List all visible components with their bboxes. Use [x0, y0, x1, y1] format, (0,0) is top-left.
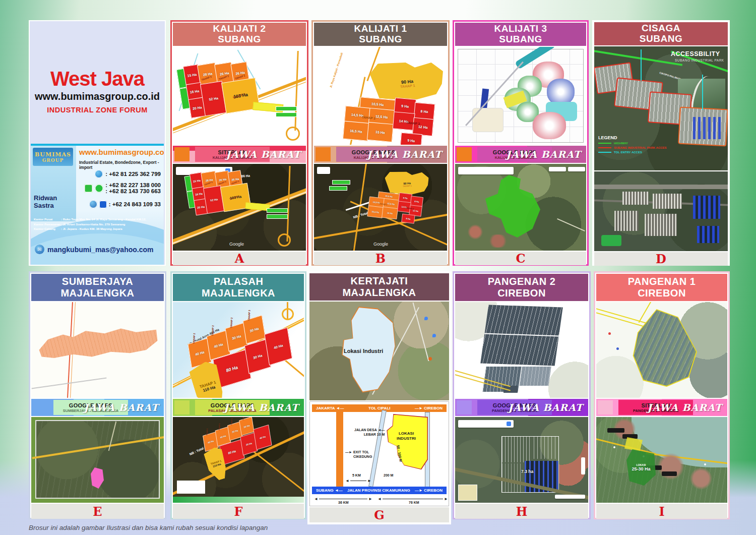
panel-g-diagram: JAKARTA ◄— TOL CIPALI —► CIREBON LOKASI …	[309, 401, 449, 506]
panel-kertajati-majalengka: KERTAJATI MAJALENGKA Lokasi Industri JAK…	[307, 271, 451, 524]
siteplan-cluster-a: 15 Ha 28 Ha 26 Ha 26 Ha 16 Ha 20 Ha 52 H…	[176, 55, 265, 124]
diagram-36km-label: 36 KM	[338, 501, 349, 505]
panel-c-title1: KALIJATI 3	[494, 24, 547, 34]
phone-mobile: : +62 81 225 362 799	[105, 171, 161, 177]
tahap-label: TAHAP 2	[229, 318, 233, 328]
panel-f-title1: PALASAH	[214, 276, 264, 287]
plot: 9 Ha	[401, 214, 415, 224]
label-box	[607, 428, 624, 433]
panel-a-title2: SUBANG	[218, 34, 261, 45]
legend-highway-label: HIGHWAY	[614, 142, 628, 145]
jawa-barat-text: JAWA BARAT	[506, 146, 581, 163]
blue-blocks	[693, 117, 721, 139]
jawa-barat-text: JAWA BARAT	[84, 399, 159, 416]
map-marker	[428, 357, 432, 361]
panel-e-map	[31, 417, 164, 503]
card-left-column: BUMIMAS GROUP Ridwan Sastra	[31, 146, 76, 221]
panel-b-siteplan: Jl. Raya Kalijati - Purwadadi 90 Ha TAHA…	[314, 47, 447, 145]
area-label: 7.3 ha	[521, 469, 533, 474]
parcel-blue	[547, 79, 575, 105]
jawa-barat-text: JAWA BARAT	[367, 146, 442, 163]
office3-value: : Jl. Jepara - Kudus KM. 38 Mayong Jepar…	[61, 227, 122, 230]
contact-person: Ridwan Sastra	[34, 194, 76, 209]
phone-mobile-row: : +62 81 225 362 799	[79, 170, 161, 178]
panel-c-title2: SUBANG	[499, 34, 542, 45]
panel-e-letter: E	[31, 504, 164, 519]
map-button	[568, 167, 585, 171]
panel-kalijati2-subang: KALIJATI 2 SUBANG 15 Ha 28 Ha 26 Ha 26 H…	[170, 20, 308, 266]
panel-g-letter: G	[309, 507, 449, 522]
map-search-icon	[507, 422, 511, 426]
panel-f-header: PALASAH MAJALENGKA	[173, 274, 304, 301]
legend: LEGEND HIGHWAY SUBANG INDUSTRIAL PARK AC…	[598, 135, 667, 154]
diagram-5km-label: 5 KM	[352, 473, 361, 478]
panel-b-letter: B	[314, 252, 447, 265]
diagram-jakarta: JAKARTA ◄—	[316, 406, 344, 410]
map-tag	[276, 112, 297, 117]
panel-e-banner: GOOGLE MAPS SUMBERJAYA - MAJALENGKA JAWA…	[31, 399, 164, 416]
map-dot	[616, 347, 619, 350]
diagram-cirebon-bot: —► CIREBON	[415, 488, 443, 493]
legend-access-label: SUBANG INDUSTRIAL PARK ACCES	[614, 146, 667, 149]
pink-polygon	[91, 467, 104, 489]
panel-b-map: NB : Total Area 219 Ha 90 Ha TAHAP 1 10,…	[314, 164, 447, 251]
diagram-tol-cipali: TOL CIPALI	[368, 406, 391, 410]
legend-access-line	[598, 147, 611, 148]
diagram-76km-label: 76 KM	[409, 501, 419, 505]
office1-value: : Ruko Tugu Mas No. 14 Jl. Raya Semarang…	[61, 218, 146, 221]
label-box	[662, 471, 677, 476]
green-patch	[601, 235, 621, 246]
jawa-barat-text: JAWA BARAT	[224, 399, 299, 416]
panel-c-map	[455, 164, 586, 251]
panel-c-letter: C	[455, 252, 586, 265]
panel-g-header: KERTAJATI MAJALENGKA	[309, 273, 449, 301]
panel-d-letter: D	[594, 252, 728, 266]
map-tag	[276, 106, 297, 111]
land-polygon	[35, 316, 161, 378]
tahap-label: TAHAP 2	[206, 429, 208, 436]
office1-label: Kantor Pusat	[34, 217, 61, 222]
building-row	[645, 214, 677, 236]
banner-square	[174, 147, 190, 161]
logo-line1: BUMIMAS	[35, 151, 71, 158]
panel-i-title1: PANGENAN 1	[628, 276, 696, 287]
map-searchbar	[458, 420, 514, 428]
phone-line: : +62 82 227 138 000	[105, 182, 161, 188]
jawa-barat-text: JAWA BARAT	[226, 146, 301, 163]
panel-kalijati1-subang: KALIJATI 1 SUBANG Jl. Raya Kalijati - Pu…	[311, 20, 450, 266]
lokasi-polygon: LOKASI 25-30 Ha	[626, 449, 656, 486]
panel-a-map: NB : Total Area 286 Ha 15 Ha 28 Ha 26 Ha…	[173, 164, 306, 251]
panel-c-siteplan	[455, 47, 586, 145]
tahap-label: TAHAP 2	[230, 418, 233, 425]
map-tag	[329, 186, 347, 191]
panel-a-siteplan: 15 Ha 28 Ha 26 Ha 26 Ha 16 Ha 20 Ha 52 H…	[173, 47, 306, 145]
office2-value: : Jl. Arteri Soekarno-Hatta No. 279 Sema…	[61, 223, 125, 226]
panel-b-title2: SUBANG	[359, 34, 402, 45]
diagram-lokasi2: INDUSTRI	[385, 436, 428, 441]
panel-g-title1: KERTAJATI	[351, 275, 408, 287]
phone-icon	[95, 170, 103, 178]
panel-h-letter: H	[455, 504, 588, 519]
plot: 16,5 Ha	[367, 206, 384, 218]
interchange-loop	[286, 127, 300, 141]
map-tag	[267, 214, 288, 219]
panel-e-title1: SUMBERJAYA	[62, 276, 133, 287]
banner-square	[598, 400, 613, 414]
panel-b-header: KALIJATI 1 SUBANG	[314, 23, 447, 46]
logo-line2: GROUP	[42, 158, 64, 163]
panel-kalijati3-subang: KALIJATI 3 SUBANG GOOGLE MAPS	[453, 20, 589, 266]
panel-i-header: PANGENAN 1 CIREBON	[596, 274, 727, 301]
diagram-subang: SUBANG ◄—	[316, 488, 343, 493]
legend-highway-line	[598, 143, 611, 144]
tahap-label: TAHAP 2	[211, 325, 214, 336]
map-marker	[432, 334, 436, 337]
line-icon	[84, 184, 93, 193]
tahap-label: TAHAP 1	[403, 185, 412, 187]
brochure-page: West Java www.bumimasgroup.co.id INDUSTR…	[0, 0, 756, 535]
tahap-label: TAHAP 3	[242, 417, 244, 420]
exit-road	[336, 412, 343, 488]
map-zoom-control	[581, 457, 585, 474]
map-dot	[608, 332, 611, 335]
panel-i-banner: SITEPLAN PANGENAN 1 - CIREBON JAWA BARAT	[596, 399, 727, 416]
card-tagline: Industrial Estate, Bondedzone, Export - …	[79, 160, 164, 170]
